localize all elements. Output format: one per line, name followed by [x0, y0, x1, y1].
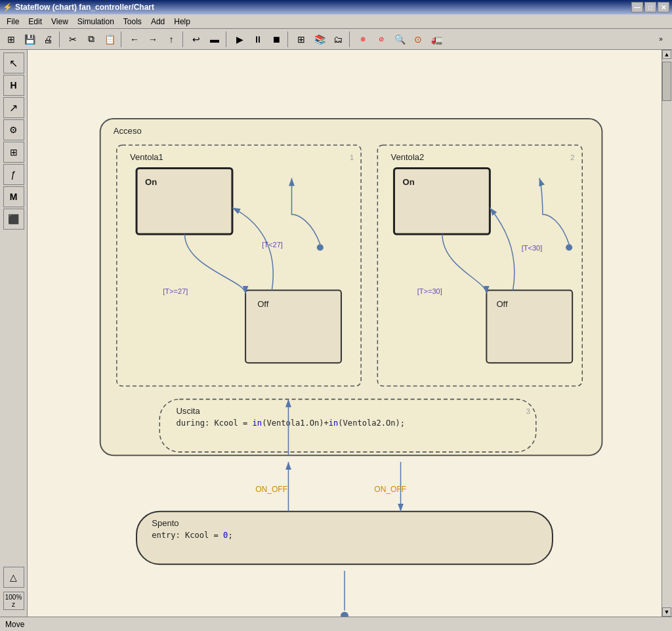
tb-new[interactable]: ⊞	[3, 31, 20, 48]
titlebar-left: ⚡ Stateflow (chart) fan_controller/Chart	[3, 3, 154, 12]
maximize-button[interactable]: □	[644, 2, 656, 12]
ventola2-num: 2	[570, 153, 574, 161]
toolbar-sep5	[287, 31, 290, 47]
tb-up[interactable]: ↑	[163, 31, 180, 48]
toolbar: ⊞ 💾 🖨 ✂ ⧉ 📋 ← → ↑ ↩ ▬ ▶ ⏸ ⏹ ⊞ 📚 🗂 ⊗ ⊘ 🔍 …	[0, 29, 672, 50]
tb-fwd[interactable]: →	[144, 31, 161, 48]
menu-tools[interactable]: Tools	[119, 16, 146, 28]
menu-edit[interactable]: Edit	[24, 16, 46, 28]
uscita-label: Uscita	[176, 406, 200, 416]
tb-save[interactable]: 💾	[21, 31, 38, 48]
tb-undo[interactable]: ↩	[188, 31, 205, 48]
uscita-during-text: during: Kcool = in(Ventola1.On)+in(Vento…	[176, 418, 405, 428]
scroll-down-btn[interactable]: ▼	[662, 607, 671, 617]
ventola2-off-label: Off	[496, 299, 508, 309]
lt-arrow[interactable]: ↗	[3, 97, 24, 118]
minimize-button[interactable]: —	[631, 2, 643, 12]
cond-t30: [T<30]	[522, 244, 543, 252]
zoom-value: 100%	[4, 594, 24, 601]
tb-stop[interactable]: ⏹	[268, 31, 285, 48]
on-off-label-left: ON_OFF	[255, 485, 287, 494]
acceso-label: Acceso	[114, 126, 142, 136]
lt-grid[interactable]: ⊞	[3, 142, 24, 163]
menu-view[interactable]: View	[47, 16, 72, 28]
lt-M[interactable]: M	[3, 186, 24, 207]
toolbar-sep6	[349, 31, 352, 47]
v1-loop-dot	[317, 244, 324, 251]
diagram-svg: Acceso Ventola1 1 Ventola2 2 On Off On O…	[28, 50, 662, 617]
ventola2-label: Ventola2	[390, 152, 424, 162]
main-area: ↖ H ↗ ⚙ ⊞ ƒ M ⬛ △ 100% z Acc	[0, 50, 672, 617]
ventola1-off-label: Off	[257, 299, 269, 309]
tb-export[interactable]: 🚛	[428, 31, 445, 48]
menu-file[interactable]: File	[3, 16, 23, 28]
ventola1-num: 1	[350, 153, 354, 161]
ventola2-on-label: On	[403, 177, 415, 187]
tb-play[interactable]: ▶	[231, 31, 248, 48]
scroll-up-btn[interactable]: ▲	[662, 50, 671, 59]
tb-norun[interactable]: ⊘	[373, 31, 390, 48]
menu-help[interactable]: Help	[170, 16, 194, 28]
lt-box[interactable]: ⬛	[3, 209, 24, 230]
left-toolbar: ↖ H ↗ ⚙ ⊞ ƒ M ⬛ △ 100% z	[0, 50, 28, 617]
lt-zoom-up[interactable]: △	[3, 567, 24, 588]
initial-dot	[341, 612, 348, 617]
tb-back[interactable]: ←	[126, 31, 143, 48]
menu-add[interactable]: Add	[147, 16, 169, 28]
statusbar: Move	[0, 617, 672, 631]
toolbar-sep1	[59, 31, 62, 47]
scroll-thumb[interactable]	[662, 62, 671, 101]
tb-chart[interactable]: ⊞	[293, 31, 310, 48]
lt-H[interactable]: H	[3, 75, 24, 96]
tb-cut[interactable]: ✂	[64, 31, 81, 48]
tb-print[interactable]: 🖨	[39, 31, 56, 48]
tb-nobp[interactable]: ⊗	[354, 31, 371, 48]
zoom-label: 100% z	[3, 592, 24, 610]
spento-entry-text: entry: Kcool = 0;	[152, 531, 232, 540]
cond-t27: [T<27]	[262, 241, 283, 249]
tb-search[interactable]: 🔍	[391, 31, 408, 48]
titlebar: ⚡ Stateflow (chart) fan_controller/Chart…	[0, 0, 672, 14]
status-text: Move	[5, 620, 24, 629]
lt-function[interactable]: ƒ	[3, 164, 24, 185]
spento-label: Spento	[152, 518, 178, 528]
canvas-area[interactable]: Acceso Ventola1 1 Ventola2 2 On Off On O…	[28, 50, 662, 617]
titlebar-buttons: — □ ✕	[631, 2, 669, 12]
menu-simulation[interactable]: Simulation	[74, 16, 118, 28]
v2-loop-dot	[566, 244, 572, 251]
menubar: File Edit View Simulation Tools Add Help	[0, 14, 672, 29]
lt-gear[interactable]: ⚙	[3, 119, 24, 140]
toolbar-sep2	[121, 31, 123, 47]
ventola1-on-label: On	[145, 177, 157, 187]
cond-tge27: [T>=27]	[163, 287, 188, 295]
close-button[interactable]: ✕	[658, 2, 669, 12]
tb-rect[interactable]: ▬	[206, 31, 223, 48]
tb-paste[interactable]: 📋	[101, 31, 118, 48]
tb-lib[interactable]: 📚	[311, 31, 328, 48]
tb-model[interactable]: 🗂	[329, 31, 346, 48]
toolbar-sep4	[226, 31, 228, 47]
tb-target[interactable]: ⊙	[410, 31, 427, 48]
ventola1-label: Ventola1	[130, 152, 163, 162]
window-title: Stateflow (chart) fan_controller/Chart	[15, 3, 154, 12]
app-icon: ⚡	[3, 3, 12, 12]
lt-cursor[interactable]: ↖	[3, 52, 24, 73]
tb-pause[interactable]: ⏸	[249, 31, 266, 48]
tb-copy[interactable]: ⧉	[83, 31, 100, 48]
toolbar-sep3	[182, 31, 185, 47]
vertical-scrollbar[interactable]: ▲ ▼	[662, 50, 672, 617]
on-off-label-right: ON_OFF	[374, 485, 406, 494]
tb-more[interactable]: »	[652, 31, 669, 48]
cond-tge30: [T>=30]	[417, 287, 442, 295]
uscita-num: 3	[526, 407, 530, 415]
